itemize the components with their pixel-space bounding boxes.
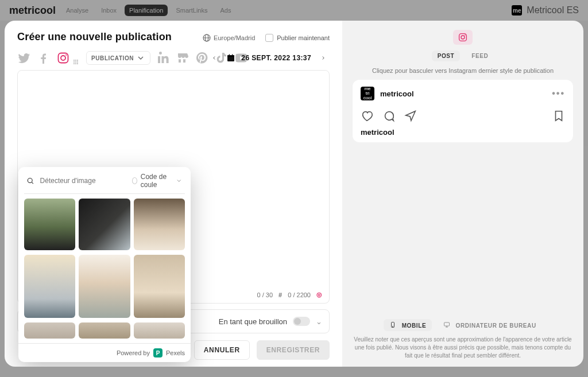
svg-rect-6 (227, 55, 234, 57)
chevron-down-icon (136, 53, 145, 63)
stock-thumb[interactable] (134, 255, 185, 318)
modal-actions: ANNULER ENREGISTRER (194, 340, 330, 360)
preview-panel: POST FEED Cliquez pour basculer vers Ins… (342, 21, 583, 367)
powered-by-label: Powered by (117, 349, 150, 356)
svg-point-9 (28, 178, 32, 182)
preview-hint[interactable]: Cliquez pour basculer vers Instagram der… (353, 67, 573, 74)
preview-view-switch: POST FEED (432, 50, 494, 61)
date-prev-button[interactable] (208, 52, 220, 64)
preview-caption: metricool (361, 128, 565, 137)
globe-icon (202, 33, 211, 42)
schedule-picker: 26 SEPT. 2022 13:37 (208, 52, 330, 64)
svg-point-12 (465, 34, 466, 36)
preview-network-chip[interactable] (453, 30, 473, 45)
instagram-preview-card: metricool metricool ••• metricool (353, 80, 573, 142)
stock-search-input[interactable] (39, 176, 127, 185)
publish-now-toggle[interactable]: Publier maintenant (265, 34, 330, 42)
svg-rect-15 (444, 322, 450, 326)
desktop-icon (443, 321, 450, 328)
publication-type-label: PUBLICATION (91, 55, 134, 61)
timezone-text: Europe/Madrid (214, 34, 255, 41)
timezone-label[interactable]: Europe/Madrid (202, 33, 255, 42)
bookmark-icon[interactable] (552, 110, 565, 122)
googlebusiness-icon[interactable] (176, 51, 189, 65)
device-mobile-tab[interactable]: MOBILE (384, 319, 432, 331)
hash-icon: # (278, 292, 282, 298)
mobile-icon (389, 321, 396, 328)
powered-by-row: Powered by P Pexels (18, 343, 191, 362)
preview-username: metricool (380, 90, 414, 98)
instagram-icon[interactable] (56, 51, 70, 65)
date-next-button[interactable] (317, 52, 330, 64)
svg-point-11 (461, 36, 465, 39)
stock-thumb[interactable] (24, 255, 75, 318)
cancel-button[interactable]: ANNULER (194, 340, 250, 360)
stock-thumb[interactable] (79, 255, 130, 318)
view-post-tab[interactable]: POST (432, 50, 461, 61)
comment-icon[interactable] (382, 110, 395, 122)
radio-icon (132, 177, 137, 184)
char-counter: 0 / 30 # 0 / 2200 ◎ (257, 291, 322, 298)
avatar: metricool (361, 87, 374, 100)
svg-point-3 (61, 56, 65, 60)
stock-thumb[interactable] (79, 199, 130, 250)
instagram-counter-icon: ◎ (316, 291, 322, 298)
more-icon[interactable]: ••• (552, 88, 565, 99)
stock-image-popover: Code de coule (18, 167, 191, 362)
stock-thumb[interactable] (134, 199, 185, 250)
chevron-down-icon (176, 176, 183, 185)
char-counter-text: 0 / 2200 (288, 292, 311, 298)
svg-point-14 (393, 327, 393, 327)
device-desktop-tab[interactable]: ORDINATEUR DE BUREAU (438, 319, 542, 331)
stock-thumb[interactable] (79, 322, 130, 339)
create-post-modal: Créer une nouvelle publication Europe/Ma… (5, 21, 583, 367)
svg-rect-8 (232, 54, 233, 56)
preview-disclaimer: Veuillez noter que ces aperçus sont une … (353, 336, 573, 360)
svg-rect-7 (229, 54, 230, 56)
draft-label: En tant que brouillon (219, 317, 287, 326)
facebook-icon[interactable] (37, 51, 51, 65)
color-code-selector[interactable]: Code de coule (132, 173, 183, 189)
stock-thumb[interactable] (134, 322, 185, 339)
stock-thumb[interactable] (24, 322, 75, 339)
svg-point-4 (65, 55, 67, 56)
view-feed-tab[interactable]: FEED (466, 50, 494, 61)
share-icon[interactable] (404, 110, 417, 122)
hashtag-counter: 0 / 30 (257, 292, 273, 298)
pexels-badge-icon: P (153, 348, 163, 357)
composer-panel: Créer une nouvelle publication Europe/Ma… (5, 21, 342, 367)
publish-now-label: Publier maintenant (277, 34, 330, 41)
checkbox-icon (265, 34, 273, 42)
draft-toggle[interactable] (293, 317, 310, 326)
pinterest-icon[interactable] (195, 51, 209, 65)
powered-by-provider[interactable]: Pexels (166, 349, 185, 356)
twitter-icon[interactable] (17, 51, 31, 65)
search-icon (26, 176, 34, 186)
calendar-icon (226, 53, 235, 63)
publication-type-selector[interactable]: PUBLICATION (86, 51, 150, 65)
instagram-icon (458, 32, 468, 42)
color-code-label: Code de coule (141, 173, 173, 189)
linkedin-icon[interactable] (156, 51, 170, 65)
device-desktop-label: ORDINATEUR DE BUREAU (456, 322, 536, 329)
heart-icon[interactable] (361, 110, 373, 122)
chevron-down-icon[interactable]: ⌄ (316, 317, 322, 326)
preview-action-row (361, 110, 565, 122)
device-switch: MOBILE ORDINATEUR DE BUREAU (384, 319, 541, 331)
schedule-date-text[interactable]: 26 SEPT. 2022 13:37 (241, 54, 311, 62)
save-button[interactable]: ENREGISTRER (257, 340, 330, 360)
stock-thumb[interactable] (24, 199, 75, 250)
instagram-grid-icon (74, 60, 77, 63)
device-mobile-label: MOBILE (402, 322, 427, 329)
